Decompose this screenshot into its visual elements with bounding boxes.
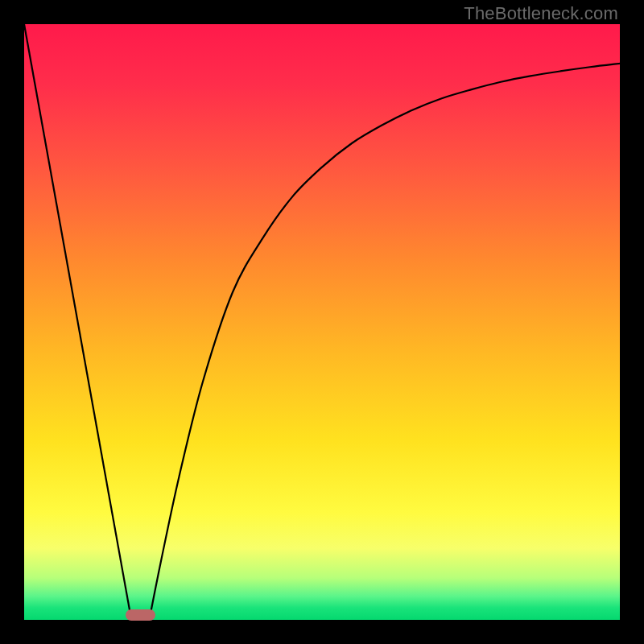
- attribution-label: TheBottleneck.com: [464, 3, 618, 24]
- left-slope-line: [24, 24, 131, 620]
- plot-area: [24, 24, 620, 620]
- optimum-marker: [126, 609, 155, 621]
- curve-overlay: [24, 24, 620, 620]
- chart-frame: TheBottleneck.com: [0, 0, 644, 644]
- right-curve-line: [149, 64, 620, 620]
